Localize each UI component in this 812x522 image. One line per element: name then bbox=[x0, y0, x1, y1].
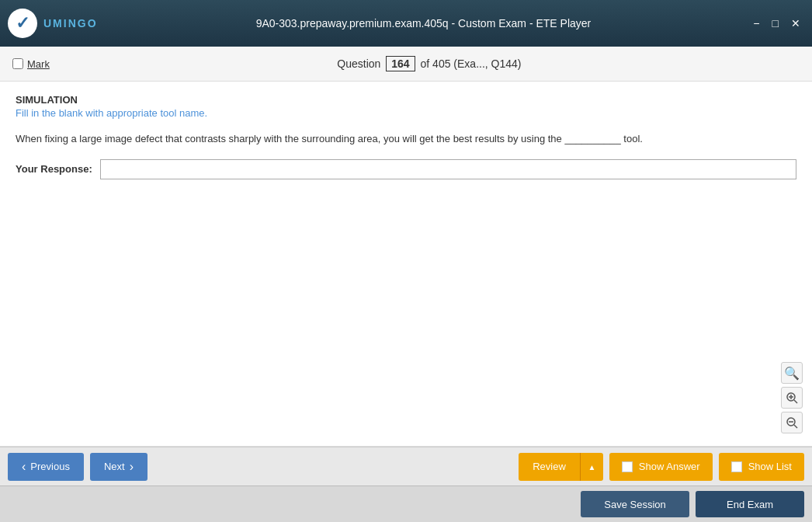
question-text: When fixing a large image defect that co… bbox=[16, 131, 796, 147]
next-button[interactable]: Next bbox=[90, 453, 147, 481]
logo-v-shape: ✓ bbox=[16, 13, 29, 33]
zoom-controls: 🔍 bbox=[781, 362, 803, 433]
review-dropdown-button[interactable] bbox=[580, 453, 603, 481]
minimize-button[interactable]: − bbox=[749, 16, 763, 31]
previous-chevron-icon bbox=[22, 460, 26, 474]
review-button[interactable]: Review bbox=[519, 453, 580, 481]
response-row: Your Response: bbox=[16, 159, 796, 179]
show-answer-checkbox-icon bbox=[622, 461, 633, 472]
main-content: SIMULATION Fill in the blank with approp… bbox=[0, 82, 812, 447]
mark-label: Mark bbox=[27, 58, 50, 70]
logo-area: ✓ UMINGO bbox=[8, 9, 98, 38]
window-title: 9A0-303.prepaway.premium.exam.405q - Cus… bbox=[98, 17, 750, 30]
svg-line-5 bbox=[794, 425, 797, 428]
zoom-out-icon bbox=[786, 416, 798, 429]
bottom-action-bar: Save Session End Exam bbox=[0, 485, 812, 522]
end-exam-button[interactable]: End Exam bbox=[696, 491, 804, 517]
simulation-type-label: SIMULATION bbox=[16, 94, 796, 106]
show-list-button[interactable]: Show List bbox=[719, 453, 804, 481]
review-button-group: Review bbox=[519, 453, 603, 481]
logo-icon: ✓ bbox=[8, 9, 37, 38]
mark-area[interactable]: Mark bbox=[12, 58, 50, 70]
window-controls: − □ ✕ bbox=[749, 16, 804, 31]
show-list-checkbox-icon bbox=[731, 461, 742, 472]
next-label: Next bbox=[104, 461, 125, 472]
zoom-out-button[interactable] bbox=[781, 412, 803, 433]
search-zoom-button[interactable]: 🔍 bbox=[781, 362, 803, 384]
mark-checkbox[interactable] bbox=[12, 58, 23, 69]
previous-label: Previous bbox=[30, 461, 70, 472]
bottom-toolbar: Previous Next Review Show Answer Show Li… bbox=[0, 447, 812, 485]
simulation-instruction: Fill in the blank with appropriate tool … bbox=[16, 107, 796, 119]
zoom-in-button[interactable] bbox=[781, 387, 803, 409]
question-info: Question 164 of 405 (Exa..., Q144) bbox=[59, 56, 800, 71]
zoom-in-icon bbox=[786, 392, 798, 404]
svg-line-1 bbox=[794, 400, 797, 403]
question-header: Mark Question 164 of 405 (Exa..., Q144) bbox=[0, 47, 812, 82]
response-input[interactable] bbox=[100, 159, 796, 179]
question-total: of 405 (Exa..., Q144) bbox=[421, 57, 522, 70]
response-label: Your Response: bbox=[16, 163, 92, 175]
title-bar: ✓ UMINGO 9A0-303.prepaway.premium.exam.4… bbox=[0, 0, 812, 47]
close-button[interactable]: ✕ bbox=[787, 16, 804, 31]
next-chevron-icon bbox=[130, 460, 134, 474]
logo-text: UMINGO bbox=[43, 17, 98, 30]
restore-button[interactable]: □ bbox=[769, 16, 783, 31]
question-number-box: 164 bbox=[386, 56, 415, 71]
show-answer-button[interactable]: Show Answer bbox=[609, 453, 713, 481]
question-prefix: Question bbox=[337, 57, 380, 70]
previous-button[interactable]: Previous bbox=[8, 453, 84, 481]
save-session-button[interactable]: Save Session bbox=[581, 491, 689, 517]
show-list-label: Show List bbox=[748, 461, 792, 472]
review-chevron-icon bbox=[588, 461, 595, 472]
show-answer-label: Show Answer bbox=[639, 461, 700, 472]
